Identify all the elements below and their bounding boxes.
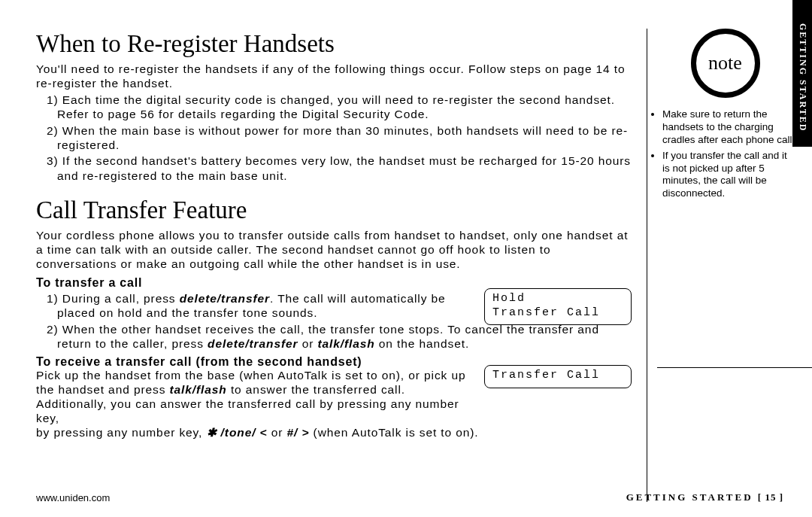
heading-transfer: Call Transfer Feature bbox=[36, 196, 632, 224]
text: by pressing any number key, bbox=[36, 426, 207, 439]
text: 1) During a call, press bbox=[47, 292, 180, 305]
text: (when AutoTalk is set to on). bbox=[309, 426, 478, 439]
key-label: ✱ /tone/ < bbox=[207, 426, 268, 439]
note-icon: note bbox=[691, 29, 760, 98]
intro-reregister: You'll need to re-register the handsets … bbox=[36, 62, 632, 91]
footer-section-label: GETTING STARTED bbox=[626, 491, 753, 503]
footer-section: GETTING STARTED [ 15 ] bbox=[626, 491, 783, 503]
lcd-display-hold: Hold Transfer Call bbox=[484, 288, 632, 326]
list-reregister: 1) Each time the digital security code i… bbox=[36, 93, 632, 183]
divider bbox=[657, 367, 812, 368]
note-list: Make sure to return the handsets to the … bbox=[653, 108, 797, 200]
side-column: GETTING STARTED note Make sure to return… bbox=[647, 29, 797, 502]
key-label: talk/flash bbox=[317, 337, 374, 350]
text: or bbox=[268, 426, 287, 439]
key-label: #/ > bbox=[287, 426, 310, 439]
note-item: Make sure to return the handsets to the … bbox=[662, 108, 797, 147]
transfer-section: To transfer a call 1) During a call, pre… bbox=[36, 276, 632, 440]
key-label: delete/transfer bbox=[180, 292, 270, 305]
text: on the handset. bbox=[375, 337, 470, 350]
text: or bbox=[298, 337, 317, 350]
footer-url: www.uniden.com bbox=[36, 492, 110, 503]
list-item: 2) When the main base is without power f… bbox=[47, 123, 632, 153]
main-column: When to Re-register Handsets You'll need… bbox=[36, 29, 647, 502]
key-label: talk/flash bbox=[170, 383, 227, 396]
heading-reregister: When to Re-register Handsets bbox=[36, 30, 632, 58]
note-item: If you transfer the call and it is not p… bbox=[662, 150, 797, 201]
list-item: 1) Each time the digital security code i… bbox=[47, 93, 632, 122]
page-number: [ 15 ] bbox=[758, 491, 783, 503]
list-item: 2) When the other handset receives the c… bbox=[47, 322, 632, 351]
intro-transfer: Your cordless phone allows you to transf… bbox=[36, 229, 632, 272]
lcd-display-transfer: Transfer Call bbox=[484, 365, 632, 388]
list-item: 3) If the second handset's battery becom… bbox=[47, 154, 632, 183]
key-label: delete/transfer bbox=[208, 337, 298, 350]
page: When to Re-register Handsets You'll need… bbox=[0, 0, 812, 517]
section-tab: GETTING STARTED bbox=[792, 0, 812, 147]
